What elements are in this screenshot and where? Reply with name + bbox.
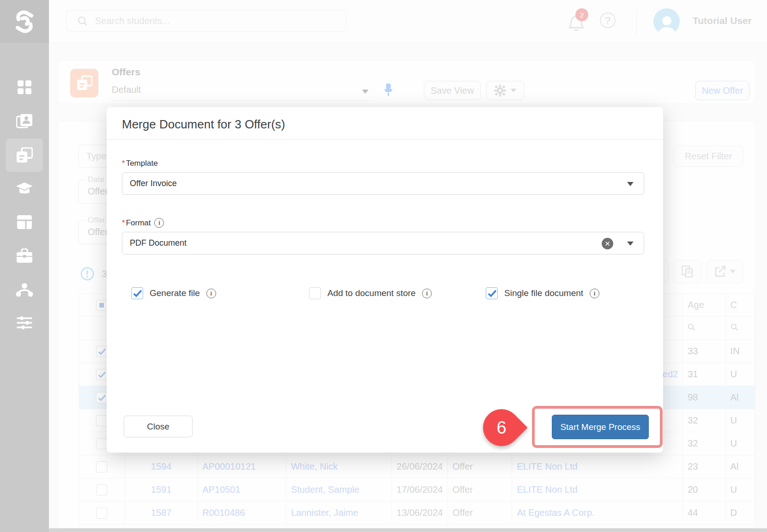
offers-header-card: Offers Default Save View (58, 60, 755, 104)
modal-title: Merge Document for 3 Offer(s) (122, 117, 285, 132)
country-column-header[interactable]: C (725, 294, 755, 317)
student-name-link[interactable]: Student, Sample (291, 484, 359, 495)
company-link[interactable]: At Egestas A Corp. (517, 508, 594, 518)
table-row[interactable]: 1594AP00010121White, Nick26/06/2024Offer… (79, 455, 755, 478)
offers-icon (16, 147, 33, 163)
tutorial-step-balloon: 6 (475, 401, 527, 453)
header-divider (636, 8, 637, 35)
search-input[interactable] (95, 16, 326, 26)
help-button[interactable]: ? (600, 12, 616, 28)
offer-id-link[interactable]: 1591 (151, 484, 172, 495)
application-number-link[interactable]: AP00010121 (202, 461, 256, 472)
view-caret-icon[interactable] (362, 90, 368, 94)
dashboard-icon (17, 79, 32, 95)
new-offer-button[interactable]: New Offer (695, 81, 749, 100)
pin-view-button[interactable] (382, 83, 394, 98)
row-checkbox[interactable] (96, 392, 107, 403)
table-row[interactable]: 1591AP10501Student, Sample17/06/2024Offe… (79, 478, 755, 502)
company-link[interactable]: ELITE Non Ltd (517, 461, 577, 472)
format-select-value: PDF Document (130, 238, 187, 248)
offer-id-link[interactable]: 1594 (151, 461, 172, 472)
page-title: Offers (112, 66, 140, 78)
sidebar-item-education[interactable] (6, 172, 43, 206)
search-icon (78, 16, 88, 26)
application-number-link[interactable]: R0010486 (202, 508, 245, 518)
view-underline (112, 100, 370, 101)
sidebar-item-offers[interactable] (6, 139, 43, 172)
single-file-document-info-icon[interactable]: i (590, 289, 599, 298)
save-view-button[interactable]: Save View (424, 81, 481, 100)
age-column-header[interactable]: Age (683, 294, 725, 317)
age-filter-search-icon[interactable] (688, 323, 695, 331)
application-number-link[interactable]: AP10501 (202, 484, 240, 495)
info-icon (80, 267, 94, 281)
add-to-document-store-checkbox[interactable]: Add to document store i (309, 287, 432, 299)
notifications-button[interactable]: 2 (567, 12, 587, 32)
format-clear-icon[interactable]: ✕ (602, 238, 613, 249)
merge-document-modal: Merge Document for 3 Offer(s) *Template … (107, 107, 663, 453)
offers-module-icon (70, 69, 98, 97)
view-selector[interactable]: Default (112, 85, 141, 95)
format-select[interactable]: PDF Document ✕ (122, 232, 644, 254)
single-file-document-checkbox[interactable]: Single file document i (486, 287, 599, 299)
copy-grid-button[interactable] (673, 260, 702, 283)
education-icon (16, 181, 33, 196)
modal-divider (107, 139, 663, 140)
reset-filter-button[interactable]: Reset Filter (673, 145, 744, 167)
row-checkbox[interactable] (96, 484, 107, 496)
country-filter-search-icon[interactable] (731, 323, 738, 331)
briefcase-icon (16, 248, 33, 263)
logo-swirl-icon (11, 8, 38, 35)
sidebar-item-dashboard[interactable] (6, 71, 43, 104)
gear-icon (494, 85, 506, 97)
row-checkbox[interactable] (96, 461, 107, 472)
generate-file-checkbox[interactable]: Generate file i (131, 287, 216, 299)
person-icon (657, 13, 677, 35)
row-checkbox[interactable] (96, 438, 107, 449)
network-icon (16, 282, 33, 297)
generate-file-info-icon[interactable]: i (206, 289, 216, 298)
required-asterisk: * (122, 159, 125, 168)
row-checkbox[interactable] (96, 346, 107, 357)
view-settings-button[interactable] (486, 81, 524, 100)
company-link[interactable]: ELITE Non Ltd (517, 484, 577, 495)
bottom-strip (49, 528, 767, 532)
row-checkbox[interactable] (96, 369, 107, 380)
table-row[interactable]: 1587R0010486Lannister, Jaime13/06/2024Of… (79, 502, 755, 525)
export-button[interactable] (707, 260, 743, 283)
app-logo[interactable] (0, 0, 49, 43)
offers-glyph-icon (77, 75, 92, 91)
template-caret-icon[interactable] (627, 182, 634, 186)
row-checkbox[interactable] (96, 508, 107, 519)
export-icon (714, 266, 726, 278)
single-file-document-label: Single file document (504, 288, 583, 298)
template-select[interactable]: Offer Invoice (122, 172, 644, 195)
sidebar-item-layout[interactable] (6, 206, 43, 239)
add-to-document-store-label: Add to document store (327, 288, 416, 298)
avatar[interactable] (653, 8, 680, 35)
step-number: 6 (483, 409, 520, 446)
offer-id-link[interactable]: 1587 (151, 508, 172, 518)
required-asterisk: * (122, 218, 125, 227)
format-info-icon[interactable]: i (154, 218, 164, 228)
student-search[interactable] (66, 10, 346, 32)
contacts-icon (16, 114, 33, 129)
add-to-document-store-info-icon[interactable]: i (422, 289, 432, 298)
main-sidebar (0, 43, 49, 532)
row-checkbox[interactable] (96, 415, 107, 426)
close-button[interactable]: Close (124, 416, 193, 437)
generate-file-label: Generate file (150, 288, 200, 298)
sidebar-item-jobs[interactable] (6, 239, 43, 272)
select-all-checkbox[interactable] (96, 300, 107, 311)
sidebar-item-contacts[interactable] (6, 105, 43, 138)
sidebar-item-settings[interactable] (6, 306, 43, 339)
gear-caret-icon (511, 89, 516, 92)
top-header: 2 ? Tutorial User (0, 0, 767, 43)
student-name-link[interactable]: Lannister, Jaime (291, 508, 358, 518)
sidebar-item-network[interactable] (6, 273, 43, 306)
start-merge-process-button[interactable]: Start Merge Process (552, 415, 649, 439)
student-name-link[interactable]: White, Nick (291, 461, 338, 472)
layout-icon (17, 215, 32, 230)
format-caret-icon[interactable] (627, 242, 634, 246)
user-name-label: Tutorial User (693, 15, 752, 26)
